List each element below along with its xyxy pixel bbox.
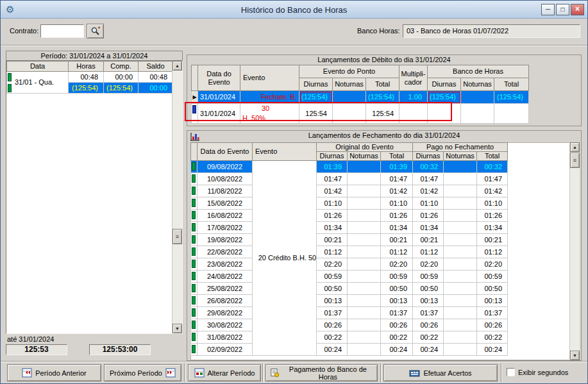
fechamento-row[interactable]: 02/09/202200:2400:2400:2400:24: [191, 344, 508, 356]
fechamento-row[interactable]: 31/08/202200:2200:2200:2200:22: [191, 331, 508, 344]
contrato-input[interactable]: [40, 24, 84, 38]
scrollbar-thumb[interactable]: ≡: [570, 153, 580, 168]
fechamento-o-noturnas: [348, 319, 381, 331]
fechamento-row[interactable]: 16/08/202201:2601:2601:2601:26: [191, 210, 508, 222]
col-header-diurnas: Diurnas: [299, 78, 333, 91]
efetuar-acertos-button[interactable]: Efetuar Acertos: [383, 364, 498, 381]
debit-row-1[interactable]: ▶ 31/01/2024 Fecham. B. (125:54) (125:54…: [192, 91, 529, 104]
fechamento-p-noturnas: [444, 258, 477, 271]
fechamento-o-total: 01:47: [381, 173, 413, 185]
fechamento-p-noturnas: [444, 222, 477, 234]
exibir-segundos-label: Exibir segundos: [518, 369, 568, 376]
fechamento-o-noturnas: [348, 185, 381, 197]
window-controls: ─ □ ×: [541, 4, 584, 15]
fechamento-o-noturnas: [348, 307, 381, 319]
fechamento-scrollbar[interactable]: ▲ ≡ ▼: [569, 142, 580, 360]
fechamento-row[interactable]: 26/08/202200:1300:1300:1300:13: [191, 295, 508, 307]
row-indicator-cell: [191, 271, 197, 283]
fechamento-date: 15/08/2022: [197, 197, 253, 210]
col-header-original: Original do Evento: [317, 143, 413, 152]
scrollbar-thumb[interactable]: ≡: [172, 229, 182, 244]
debit-evento-code: 30: [242, 104, 297, 113]
fechamento-table-body: 09/08/202220Crédito B.H. 50%01:3901:3900…: [191, 161, 508, 356]
fechamento-o-total: 01:37: [381, 307, 413, 319]
scroll-up-button[interactable]: ▲: [570, 142, 580, 152]
green-row-indicator: [192, 272, 196, 280]
toolbar: Contrato: Banco Horas: 03 - Banco de Hor…: [1, 19, 587, 46]
col-header-evento-ponto: Evento do Ponto: [299, 65, 399, 78]
fechamento-o-diurnas: 00:13: [317, 295, 348, 307]
maximize-icon: □: [560, 6, 564, 13]
row-indicator-cell: [191, 161, 197, 173]
titlebar[interactable]: ⚙ Histórico do Banco de Horas ─ □ ×: [1, 1, 587, 19]
row-indicator-cell: [191, 222, 197, 234]
fechamento-p-noturnas: [444, 319, 477, 331]
fechamento-row[interactable]: 15/08/202201:1001:1001:1001:10: [191, 197, 508, 210]
fechamento-p-total: 00:13: [477, 295, 508, 307]
row-indicator-cell: [191, 185, 197, 197]
minimize-button[interactable]: ─: [541, 4, 555, 15]
fechamento-o-total: 01:12: [381, 246, 413, 258]
fechamento-row[interactable]: 25/08/202200:5000:5000:5000:50: [191, 283, 508, 295]
exibir-segundos-checkbox[interactable]: [507, 368, 515, 376]
maximize-button[interactable]: □: [556, 4, 569, 15]
fechamento-row[interactable]: 29/08/202201:3701:3701:3701:37: [191, 307, 508, 319]
fechamento-row[interactable]: 24/08/202200:5900:5900:5900:59: [191, 271, 508, 283]
period-scrollbar[interactable]: ▲ ≡ ▼: [172, 61, 182, 333]
scroll-down-button[interactable]: ▼: [570, 351, 580, 360]
fechamento-o-diurnas: 00:50: [317, 283, 348, 295]
alterar-periodo-label: Alterar Período: [208, 369, 255, 377]
fechamento-row[interactable]: 11/08/202201:4201:4201:4201:42: [191, 185, 508, 197]
col-header-data-evento: Data do Evento: [197, 143, 253, 161]
debit-bh-noturnas: [461, 104, 494, 124]
fechamento-p-diurnas: 01:34: [413, 222, 444, 234]
scroll-up-button[interactable]: ▲: [172, 61, 182, 71]
col-header-evento: Evento: [240, 65, 299, 91]
green-row-indicator: [192, 235, 196, 244]
fechamento-o-diurnas: 01:47: [317, 173, 348, 185]
fechamento-o-noturnas: [348, 331, 381, 344]
fechamento-row[interactable]: 23/08/202202:2002:2002:2002:20: [191, 258, 508, 271]
period-table-panel: Data Horas Comp. Saldo 31/01 - Qua. 00:4…: [6, 60, 183, 334]
fechamento-date: 02/09/2022: [197, 344, 253, 356]
debit-row-2[interactable]: 31/01/2024 30 H. 50% 125:54 125:54: [192, 104, 529, 124]
fechamento-p-noturnas: [444, 331, 477, 344]
fechamento-date: 24/08/2022: [197, 271, 253, 283]
fechamento-row[interactable]: 10/08/202201:4701:4701:4701:47: [191, 173, 508, 185]
scroll-down-button[interactable]: ▼: [172, 324, 182, 333]
debit-noturnas: [333, 91, 366, 104]
ate-label: até 31/01/2024: [7, 335, 54, 343]
fechamento-o-noturnas: [348, 246, 381, 258]
fechamento-o-diurnas: 01:26: [317, 210, 348, 222]
period-row-1[interactable]: 31/01 - Qua. 00:48 00:00 00:48: [7, 72, 173, 83]
fechamento-row[interactable]: 22/08/202201:1201:1201:1201:12: [191, 246, 508, 258]
green-row-indicator: [192, 333, 196, 341]
alterar-periodo-button[interactable]: Alterar Período: [188, 364, 261, 381]
search-button[interactable]: [87, 24, 104, 38]
period-table: Data Horas Comp. Saldo 31/01 - Qua. 00:4…: [6, 61, 173, 94]
fechamento-p-total: 00:59: [477, 271, 508, 283]
fechamento-o-diurnas: 01:39: [317, 161, 348, 173]
fechamento-grid-area: Data do Evento Evento Original do Evento…: [190, 142, 570, 360]
debit-multiplicador: [399, 104, 428, 124]
fechamento-row[interactable]: 09/08/202220Crédito B.H. 50%01:3901:3900…: [191, 161, 508, 173]
scroll-down-icon: ▼: [573, 353, 577, 358]
row-indicator-cell: [191, 331, 197, 344]
debit-total: 125:54: [366, 104, 399, 124]
fechamento-o-noturnas: [348, 197, 381, 210]
row-indicator-cell: [191, 319, 197, 331]
fechamento-o-total: 00:21: [381, 234, 413, 246]
fechamento-row[interactable]: 19/08/202200:2100:2100:2100:21: [191, 234, 508, 246]
proximo-periodo-button[interactable]: Próximo Período: [104, 364, 181, 381]
col-header-pago: Pago no Fechamento: [413, 143, 508, 152]
fechamento-o-total: 00:22: [381, 331, 413, 344]
green-row-indicator: [192, 321, 196, 329]
debit-table: Data do Evento Evento Evento do Ponto Mu…: [191, 65, 529, 124]
periodo-anterior-button[interactable]: Período Anterior: [7, 364, 101, 381]
fechamento-row[interactable]: 30/08/202200:2600:2600:2600:26: [191, 319, 508, 331]
fechamento-row[interactable]: 17/08/202201:3401:3401:3401:34: [191, 222, 508, 234]
green-row-indicator: [192, 187, 196, 195]
pagamento-banco-horas-button[interactable]: Pagamento do Banco de Horas: [265, 364, 378, 381]
debit-total: (125:54): [366, 91, 399, 104]
close-button[interactable]: ×: [571, 4, 584, 15]
